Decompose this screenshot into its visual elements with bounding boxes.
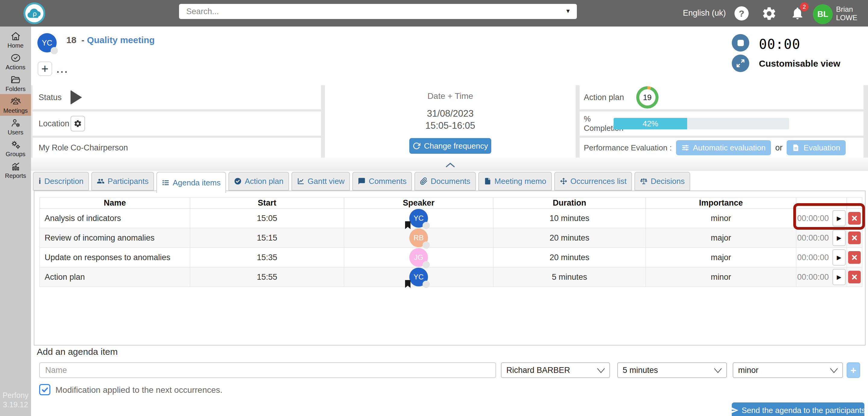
tab-comments[interactable]: Comments bbox=[352, 172, 412, 190]
speaker-avatar[interactable]: RB bbox=[409, 229, 428, 247]
tab-label: Gantt view bbox=[308, 177, 345, 186]
importance-select[interactable]: minor bbox=[733, 362, 843, 378]
user-first-name: Brian bbox=[836, 5, 858, 13]
performance-evaluation-label: Performance Evaluation : bbox=[584, 143, 672, 152]
agenda-start: 15:05 bbox=[190, 209, 344, 228]
speaker-select[interactable]: Richard BARBER bbox=[501, 362, 610, 378]
delete-agenda-item-button[interactable] bbox=[848, 271, 861, 284]
memo-document-icon bbox=[484, 177, 492, 185]
sidebar-item-home[interactable]: Home bbox=[0, 29, 31, 51]
presence-dot bbox=[423, 261, 430, 268]
sidebar-label: Groups bbox=[6, 151, 26, 158]
settings-gear-icon[interactable] bbox=[761, 6, 777, 21]
agenda-importance: major bbox=[646, 228, 796, 248]
collapse-chevron-icon[interactable] bbox=[445, 162, 455, 168]
search-input[interactable] bbox=[179, 4, 577, 19]
sidebar-item-folders[interactable]: Folders bbox=[0, 72, 31, 94]
automatic-evaluation-button[interactable]: Automatic evaluation bbox=[676, 140, 771, 155]
tab-decisions[interactable]: Decisions bbox=[634, 172, 690, 190]
table-header-row: Name Start Speaker Duration Importance bbox=[40, 198, 862, 209]
action-plan-donut-chart[interactable]: 19 bbox=[636, 86, 658, 109]
send-icon bbox=[731, 406, 739, 414]
presence-dot bbox=[51, 47, 58, 54]
tab-agenda-items[interactable]: Agenda items bbox=[156, 172, 226, 193]
sidebar-item-users[interactable]: Users bbox=[0, 116, 31, 138]
app-version-name: Perfony bbox=[0, 391, 31, 400]
sidebar-label: Folders bbox=[5, 86, 26, 93]
tab-action-plan[interactable]: Action plan bbox=[228, 172, 289, 190]
tab-participants[interactable]: Participants bbox=[91, 172, 154, 190]
bookmark-icon bbox=[404, 221, 411, 229]
action-plan-label: Action plan bbox=[584, 93, 624, 102]
tab-label: Action plan bbox=[245, 177, 284, 186]
play-agenda-item-button[interactable]: ▶ bbox=[832, 269, 846, 285]
sidebar-label: Actions bbox=[6, 64, 26, 71]
check-circle-icon bbox=[234, 177, 242, 185]
agenda-row: Review of incoming anomalies 15:15 RB 20… bbox=[40, 228, 862, 248]
expand-icon bbox=[735, 58, 746, 68]
delete-agenda-item-button[interactable] bbox=[848, 251, 861, 264]
speaker-initials: JG bbox=[414, 253, 424, 262]
customisable-view-label[interactable]: Customisable view bbox=[759, 58, 840, 69]
delete-agenda-item-button[interactable] bbox=[848, 212, 861, 225]
timer-stop-button[interactable] bbox=[732, 34, 749, 52]
location-settings-button[interactable] bbox=[70, 116, 85, 131]
speaker-avatar[interactable]: YC bbox=[409, 268, 428, 286]
play-agenda-item-button[interactable]: ▶ bbox=[832, 210, 846, 227]
sidebar-item-reports[interactable]: Reports bbox=[0, 159, 31, 181]
sidebar-item-meetings[interactable]: Meetings bbox=[0, 94, 31, 116]
evaluation-button[interactable]: Evaluation bbox=[786, 140, 845, 155]
user-name[interactable]: Brian LOWE bbox=[836, 5, 858, 22]
status-label: Status bbox=[38, 93, 70, 102]
search-bar: ▼ bbox=[179, 4, 577, 19]
search-dropdown-icon[interactable]: ▼ bbox=[565, 8, 571, 14]
tab-label: Description bbox=[44, 177, 84, 186]
col-header-duration: Duration bbox=[493, 198, 646, 209]
agenda-duration: 10 minutes bbox=[493, 209, 646, 228]
language-selector[interactable]: English (uk) bbox=[679, 8, 730, 18]
agenda-name: Analysis of indicators bbox=[40, 209, 190, 228]
duration-select[interactable]: 5 minutes bbox=[617, 362, 727, 378]
meeting-owner-avatar[interactable]: YC bbox=[37, 33, 57, 53]
date-time-cell: Date + Time 31/08/2023 15:05-16:05 Chang… bbox=[325, 85, 576, 158]
agenda-row: Update on responses to anomalies 15:35 J… bbox=[40, 248, 862, 267]
tab-documents[interactable]: Documents bbox=[414, 172, 476, 190]
agenda-timer: 00:00:00 bbox=[797, 233, 829, 243]
delete-agenda-item-button[interactable] bbox=[848, 232, 861, 244]
app-version-number: 3.19.12 bbox=[0, 400, 31, 409]
help-icon[interactable]: ? bbox=[735, 6, 749, 21]
speaker-initials: RB bbox=[413, 234, 424, 242]
modification-checkbox[interactable] bbox=[39, 384, 50, 395]
tab-description[interactable]: iDescription bbox=[33, 172, 89, 190]
perfony-logo-icon[interactable]: ρ bbox=[24, 2, 45, 24]
play-agenda-item-button[interactable]: ▶ bbox=[832, 230, 846, 246]
sliders-icon bbox=[681, 144, 689, 152]
tab-gantt-view[interactable]: Gantt view bbox=[291, 172, 350, 190]
action-plan-cell: Action plan 19 bbox=[580, 85, 864, 110]
tab-meeting-memo[interactable]: Meeting memo bbox=[478, 172, 552, 190]
agenda-start: 15:55 bbox=[190, 267, 344, 287]
more-options-button[interactable]: ... bbox=[57, 64, 69, 75]
add-button[interactable]: + bbox=[38, 61, 52, 76]
play-agenda-item-button[interactable]: ▶ bbox=[832, 249, 846, 266]
comment-bubble-icon bbox=[358, 177, 366, 185]
gantt-chart-icon bbox=[297, 177, 305, 185]
status-row: Status bbox=[33, 85, 321, 110]
speaker-avatar[interactable]: JG bbox=[409, 248, 428, 267]
performance-cell: Performance Evaluation : Automatic evalu… bbox=[580, 138, 864, 158]
sidebar-item-actions[interactable]: Actions bbox=[0, 51, 31, 72]
status-play-icon[interactable] bbox=[70, 90, 82, 105]
add-agenda-item-button[interactable]: + bbox=[846, 362, 860, 378]
change-frequency-button[interactable]: Change frequency bbox=[409, 138, 491, 154]
action-plan-count: 19 bbox=[643, 93, 652, 102]
agenda-name-input[interactable] bbox=[39, 362, 496, 378]
tab-occurrences-list[interactable]: Occurrences list bbox=[554, 172, 632, 190]
agenda-importance: minor bbox=[646, 267, 796, 287]
customisable-view-button[interactable] bbox=[732, 55, 749, 72]
col-header-importance: Importance bbox=[646, 198, 796, 209]
speaker-avatar[interactable]: YC bbox=[409, 209, 428, 228]
sidebar-item-groups[interactable]: Groups bbox=[0, 138, 31, 159]
agenda-duration: 5 minutes bbox=[493, 267, 646, 287]
send-agenda-button[interactable]: Send the agenda to the participants bbox=[732, 403, 864, 416]
user-avatar[interactable]: BL bbox=[813, 4, 833, 24]
